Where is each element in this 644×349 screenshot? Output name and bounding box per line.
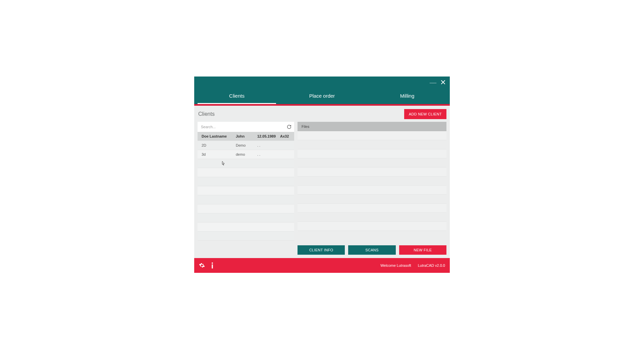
file-row[interactable] <box>298 177 446 186</box>
client-row[interactable] <box>198 168 294 177</box>
file-row[interactable] <box>298 195 446 204</box>
client-lastname: 3d <box>202 152 234 156</box>
client-row[interactable] <box>198 186 294 195</box>
client-row[interactable] <box>198 213 294 222</box>
client-code: Ax32 <box>280 134 290 138</box>
client-row[interactable] <box>198 222 294 232</box>
info-icon <box>210 262 215 269</box>
file-row[interactable] <box>298 222 446 231</box>
body: Clients ADD NEW CLIENT Doe Lastname John… <box>194 106 450 258</box>
gear-icon <box>199 262 205 268</box>
svg-rect-1 <box>212 264 213 268</box>
search-input[interactable] <box>201 125 284 129</box>
reload-icon <box>287 124 291 129</box>
footer: Welcome Lutrasoft LutraCAD v2.0.0 <box>194 258 450 273</box>
version-text: LutraCAD v2.0.0 <box>418 263 445 267</box>
svg-point-0 <box>212 262 213 264</box>
files-header: Files <box>298 122 446 131</box>
close-icon <box>441 80 445 84</box>
client-row[interactable]: 3d demo . . <box>198 150 294 159</box>
client-row[interactable] <box>198 204 294 213</box>
tab-milling[interactable]: Milling <box>365 88 450 104</box>
scans-button[interactable]: SCANS <box>348 245 395 255</box>
right-actions: CLIENT INFO SCANS NEW FILE <box>298 245 446 255</box>
client-lastname: 2D <box>202 143 234 147</box>
app-window: __ Clients Place order Milling Clients A… <box>194 77 450 273</box>
client-row[interactable] <box>198 195 294 204</box>
footer-left <box>199 262 215 269</box>
client-firstname: Demo <box>236 143 256 147</box>
client-row[interactable] <box>198 159 294 168</box>
file-row[interactable] <box>298 213 446 222</box>
new-file-button[interactable]: NEW FILE <box>399 245 446 255</box>
reload-button[interactable] <box>286 124 292 130</box>
file-row[interactable] <box>298 140 446 149</box>
client-row[interactable] <box>198 232 294 241</box>
body-header: Clients ADD NEW CLIENT <box>198 109 446 119</box>
client-date: 12.05.1989 <box>257 134 279 138</box>
header: __ Clients Place order Milling <box>194 77 450 104</box>
welcome-text: Welcome Lutrasoft <box>380 263 411 267</box>
tab-place-order[interactable]: Place order <box>279 88 365 104</box>
client-date: . . <box>257 152 279 156</box>
clients-panel: Doe Lastname John 12.05.1989 Ax32 2D Dem… <box>198 122 294 255</box>
file-row[interactable] <box>298 158 446 167</box>
file-row[interactable] <box>298 167 446 177</box>
page-title: Clients <box>198 111 215 117</box>
file-row[interactable] <box>298 149 446 158</box>
search-wrap <box>198 122 294 132</box>
files-panel: Files CLIENT INFO SCANS <box>298 122 446 255</box>
files-list <box>298 131 446 242</box>
minimize-button[interactable]: __ <box>430 77 436 84</box>
file-row[interactable] <box>298 204 446 213</box>
file-row[interactable] <box>298 186 446 195</box>
panels: Doe Lastname John 12.05.1989 Ax32 2D Dem… <box>198 122 446 255</box>
settings-button[interactable] <box>199 262 205 268</box>
client-row[interactable]: Doe Lastname John 12.05.1989 Ax32 <box>198 132 294 141</box>
add-new-client-button[interactable]: ADD NEW CLIENT <box>404 109 446 119</box>
close-button[interactable] <box>441 80 445 84</box>
client-lastname: Doe Lastname <box>202 134 234 138</box>
client-firstname: demo <box>236 152 256 156</box>
footer-right: Welcome Lutrasoft LutraCAD v2.0.0 <box>380 263 445 267</box>
client-row[interactable] <box>198 177 294 186</box>
client-list: Doe Lastname John 12.05.1989 Ax32 2D Dem… <box>198 132 294 255</box>
file-row[interactable] <box>298 131 446 140</box>
client-row[interactable]: 2D Demo . . <box>198 141 294 150</box>
info-button[interactable] <box>210 262 215 269</box>
client-info-button[interactable]: CLIENT INFO <box>298 245 345 255</box>
client-date: . . <box>257 143 279 147</box>
tab-clients[interactable]: Clients <box>194 88 279 104</box>
tab-bar: Clients Place order Milling <box>194 88 450 104</box>
client-firstname: John <box>236 134 256 138</box>
titlebar: __ <box>194 77 450 88</box>
